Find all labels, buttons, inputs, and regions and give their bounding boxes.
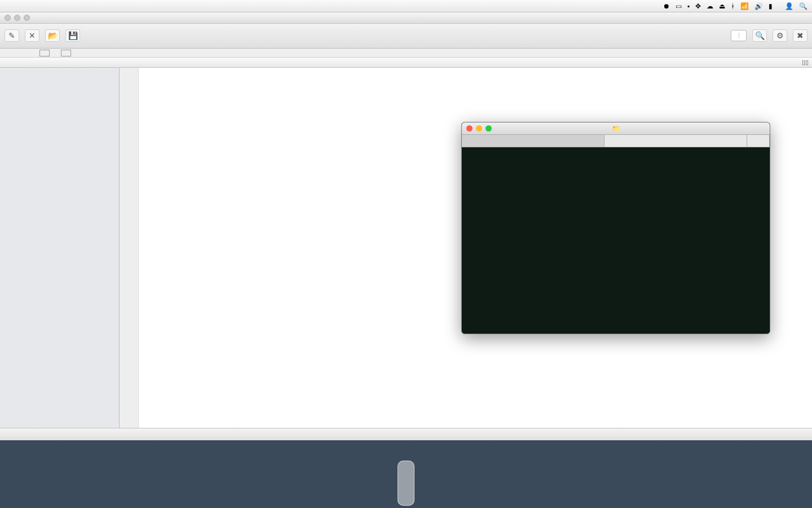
battery-indicator[interactable]: ▮ — [769, 2, 774, 10]
bluetooth-icon[interactable]: ᚼ — [731, 2, 735, 10]
cloud-icon[interactable]: ☁ — [707, 2, 713, 10]
terminal-tab-python[interactable] — [462, 135, 604, 147]
save-button[interactable]: 💾 — [65, 29, 80, 43]
split-icon[interactable]: ▯▯ — [802, 59, 809, 66]
folder-small-icon: 📁 — [612, 125, 620, 133]
customize-button[interactable]: ✖ — [793, 29, 807, 43]
preferences-button[interactable]: ⚙ — [773, 29, 787, 43]
new-button[interactable]: ✎ — [5, 29, 19, 43]
editor-titlebar — [0, 12, 812, 24]
editor-subtoolbar — [0, 49, 812, 58]
open-button[interactable]: 📂 — [45, 29, 60, 43]
sync-icon[interactable]: ✥ — [695, 2, 701, 10]
path-bar: ▯▯ — [0, 58, 812, 68]
terminal-tabs — [462, 135, 770, 147]
file-sidebar — [0, 68, 120, 428]
spotlight-icon[interactable]: 🔍 — [799, 2, 807, 10]
syntax-select[interactable] — [731, 30, 747, 41]
line-gutter — [120, 68, 139, 428]
close-button[interactable]: ✕ — [25, 29, 39, 43]
terminal-tab-extra[interactable] — [747, 135, 770, 147]
eject-icon[interactable]: ⏏ — [719, 2, 725, 10]
menubar: ⏺ ▭ ▪ ✥ ☁ ⏏ ᚼ 📶 🔊 ▮ 👤 🔍 — [0, 0, 812, 12]
list-icon[interactable] — [39, 50, 50, 56]
wifi-icon[interactable]: 📶 — [740, 2, 749, 10]
dock — [398, 461, 414, 506]
user-icon[interactable]: 👤 — [785, 2, 793, 10]
editor-traffic-lights[interactable] — [0, 15, 30, 21]
outdent-icon[interactable] — [61, 50, 71, 56]
terminal-titlebar[interactable]: 📁 — [462, 122, 770, 135]
folder-icon[interactable]: ▪ — [687, 2, 690, 10]
volume-icon[interactable]: 🔊 — [754, 2, 763, 10]
terminal-tab-bash[interactable] — [604, 135, 747, 147]
terminal-output[interactable] — [462, 147, 770, 334]
search-button[interactable]: 🔍 — [752, 29, 767, 43]
terminal-window[interactable]: 📁 — [461, 122, 770, 334]
tv-icon[interactable]: ▭ — [676, 2, 682, 10]
status-bar — [0, 428, 812, 440]
editor-toolbar: ✎ ✕ 📂 💾 🔍 ⚙ ✖ — [0, 24, 812, 49]
camera-icon[interactable]: ⏺ — [663, 2, 670, 10]
